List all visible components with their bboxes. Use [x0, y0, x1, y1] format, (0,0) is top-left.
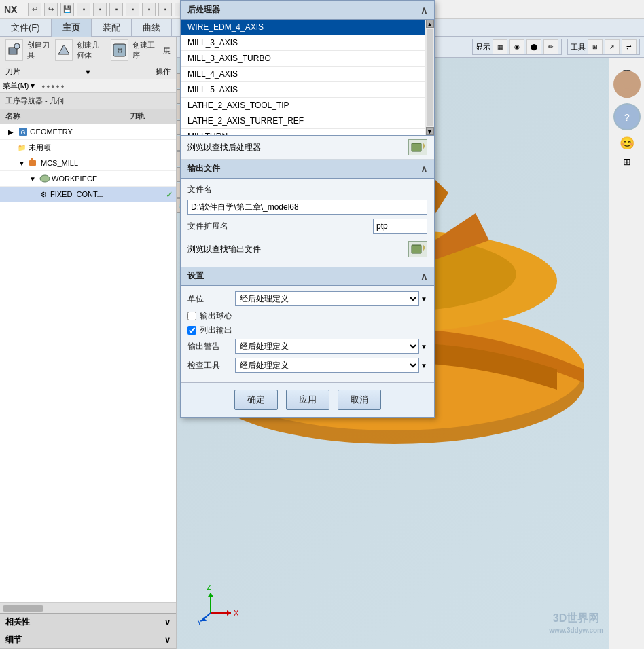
tool-icon-1[interactable]: ⊞: [588, 39, 603, 54]
watermark: 3D世界网 www.3ddyw.com: [549, 611, 603, 635]
warn-label: 输出警告: [187, 341, 235, 352]
save-icon[interactable]: 💾: [60, 3, 74, 16]
checkbox-list-row: 列出输出: [187, 324, 427, 336]
icon1[interactable]: ▪: [77, 3, 90, 16]
apply-button[interactable]: 应用: [286, 390, 329, 410]
tree-area[interactable]: 名称 刀轨 ▶ G GEOMETRY 📁 未用项 ▼ MCS_MILL: [0, 109, 176, 602]
pp-item-5[interactable]: LATHE_2_AXIS_TOOL_TIP: [181, 98, 425, 113]
related-chevron: ∨: [164, 618, 171, 627]
chat-avatar-1[interactable]: [613, 71, 641, 98]
blade-label: 刀片: [5, 67, 20, 77]
ext-input[interactable]: [373, 219, 427, 234]
disp-icon-2[interactable]: ◉: [509, 39, 524, 54]
svg-text:⚙: ⚙: [116, 47, 122, 54]
scrollbar[interactable]: [0, 602, 176, 613]
pp-item-4[interactable]: MILL_5_AXIS: [181, 82, 425, 98]
disp-icon-3[interactable]: ⬤: [526, 39, 541, 54]
chat-label: 聊天: [621, 62, 632, 65]
tool-check-select[interactable]: 经后处理定义: [235, 358, 419, 373]
fixed-icon: ⚙: [38, 189, 49, 200]
tool-label: 工具: [571, 42, 586, 52]
scroll-down-btn[interactable]: ▼: [426, 127, 434, 135]
warn-dropdown-icon: ▼: [421, 343, 427, 350]
settings-section-header: 设置 ∧: [181, 267, 434, 286]
scroll-up-btn[interactable]: ▲: [426, 20, 434, 28]
pp-item-3[interactable]: MILL_4_AXIS: [181, 67, 425, 82]
svg-marker-2: [58, 45, 69, 54]
disp-icon-1[interactable]: ▦: [493, 39, 507, 54]
create-geo-label: 创建几何体: [77, 40, 107, 60]
output-collapse-btn[interactable]: ∧: [421, 164, 427, 174]
menu-item[interactable]: 菜单(M)▼: [3, 81, 36, 91]
pp-item-6[interactable]: LATHE_2_AXIS_TURRET_REF: [181, 113, 425, 129]
icon6[interactable]: ▪: [158, 3, 172, 16]
bottom-section-related[interactable]: 相关性 ∨: [0, 614, 176, 631]
pp-item-1[interactable]: MILL_3_AXIS: [181, 35, 425, 51]
settings-collapse-btn[interactable]: ∧: [421, 271, 427, 282]
tree-row-unused[interactable]: 📁 未用项: [0, 140, 176, 155]
tree-row-workpiece[interactable]: ▼ WORKPIECE: [0, 171, 176, 187]
redo-icon[interactable]: ↪: [44, 3, 58, 16]
tab-curve[interactable]: 曲线: [132, 19, 172, 37]
checkbox-list[interactable]: [187, 326, 196, 335]
cancel-button[interactable]: 取消: [338, 390, 381, 410]
icon5[interactable]: ▪: [142, 3, 156, 16]
pp-list[interactable]: WIRE_EDM_4_AXIS MILL_3_AXIS MILL_3_AXIS_…: [181, 20, 425, 135]
create-op-label: 创建工序: [132, 40, 156, 60]
create-tool-icon[interactable]: [5, 39, 23, 61]
pp-item-2[interactable]: MILL_3_AXIS_TURBO: [181, 51, 425, 67]
menu-icons: ♦ ♦ ♦ ♦ ♦: [41, 83, 64, 90]
disp-icon-4[interactable]: ✏: [543, 39, 558, 54]
top-icons: ↩ ↪ 💾 ▪ ▪ ▪ ▪ ▪ ▪ ▪: [28, 3, 188, 16]
emoji-icon[interactable]: 😊: [620, 136, 634, 151]
pp-item-0[interactable]: WIRE_EDM_4_AXIS: [181, 20, 425, 35]
settings-content: 单位 经后处理定义 ▼ 输出球心 列出输出 输出警告 经后处理定义: [181, 286, 434, 382]
tree-row-fixed[interactable]: ⚙ FIXED_CONT... ✓: [0, 187, 176, 202]
browse-output-btn[interactable]: [408, 241, 427, 257]
fixed-label: FIXED_CONT...: [50, 190, 166, 198]
operation-label: 操作: [156, 67, 171, 77]
undo-icon[interactable]: ↩: [28, 3, 41, 16]
warn-select[interactable]: 经后处理定义: [235, 339, 419, 354]
create-op-icon[interactable]: ⚙: [111, 39, 128, 61]
left-panel: 创建刀具 创建几何体 ⚙ 创建工序 展 刀片 ▼ 操作 菜单(M)▼ ♦ ♦ ♦…: [0, 37, 177, 649]
ok-button[interactable]: 确定: [234, 390, 278, 410]
checkbox-sphere-row: 输出球心: [187, 310, 427, 322]
unit-select[interactable]: 经后处理定义: [235, 291, 419, 306]
scrollbar-thumb[interactable]: [3, 605, 43, 612]
filename-label: 文件名: [187, 184, 235, 196]
svg-point-9: [40, 175, 50, 182]
tab-assembly[interactable]: 装配: [92, 19, 132, 37]
svg-point-26: [618, 88, 637, 98]
blade-dropdown[interactable]: ▼: [84, 68, 92, 76]
browse-pp-label: 浏览以查找后处理器: [187, 142, 261, 153]
svg-marker-30: [423, 142, 425, 150]
tree-row-geometry[interactable]: ▶ G GEOMETRY: [0, 124, 176, 140]
create-geo-icon[interactable]: [55, 39, 73, 61]
svg-text:Z: Z: [207, 583, 211, 591]
output-section-content: 文件名 文件扩展名 浏览以查找输出文件: [181, 179, 434, 267]
icon2[interactable]: ▪: [93, 3, 107, 16]
expand-work-icon: ▼: [27, 173, 38, 184]
postprocessor-dialog[interactable]: 后处理器 ∧ WIRE_EDM_4_AXIS MILL_3_AXIS MILL_…: [180, 0, 435, 418]
icon3[interactable]: ▪: [109, 3, 123, 16]
tab-file[interactable]: 文件(F): [0, 19, 52, 37]
icon4[interactable]: ▪: [126, 3, 139, 16]
tab-home[interactable]: 主页: [52, 19, 92, 37]
pp-scrollbar[interactable]: ▲ ▼: [425, 20, 434, 135]
ext-label: 文件扩展名: [187, 221, 235, 232]
pp-collapse-btn[interactable]: ∧: [421, 5, 427, 16]
bottom-section-details[interactable]: 细节 ∨: [0, 631, 176, 649]
filename-input[interactable]: [187, 200, 427, 215]
pp-item-7[interactable]: MILLTURN: [181, 129, 425, 135]
expand-icon: 展: [163, 45, 171, 56]
checkbox-sphere[interactable]: [187, 312, 196, 320]
svg-text:Y: Y: [197, 618, 202, 627]
expand-chat-icon[interactable]: ⊞: [623, 156, 631, 167]
tool-icon-3[interactable]: ⇌: [622, 39, 637, 54]
browse-pp-btn[interactable]: [408, 139, 427, 155]
chat-avatar-2[interactable]: ?: [613, 103, 641, 130]
tool-check-label: 检查工具: [187, 360, 235, 371]
tool-icon-2[interactable]: ↗: [605, 39, 620, 54]
tree-row-mcs[interactable]: ▼ MCS_MILL: [0, 155, 176, 171]
